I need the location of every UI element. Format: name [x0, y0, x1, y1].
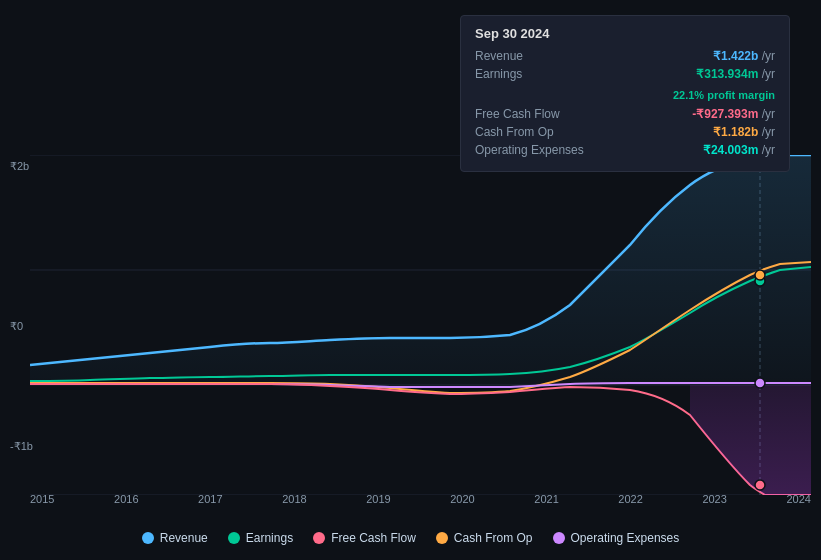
x-label-2016: 2016: [114, 493, 138, 505]
tooltip-earnings-label: Earnings: [475, 67, 522, 81]
tooltip: Sep 30 2024 Revenue ₹1.422b /yr Earnings…: [460, 15, 790, 172]
chart-container: Sep 30 2024 Revenue ₹1.422b /yr Earnings…: [0, 0, 821, 560]
tooltip-cfo-value: ₹1.182b /yr: [713, 125, 775, 139]
legend-revenue-label: Revenue: [160, 531, 208, 545]
legend-fcf[interactable]: Free Cash Flow: [313, 531, 416, 545]
tooltip-fcf-value: -₹927.393m /yr: [692, 107, 775, 121]
legend-earnings-dot: [228, 532, 240, 544]
x-label-2021: 2021: [534, 493, 558, 505]
legend-earnings-label: Earnings: [246, 531, 293, 545]
x-label-2019: 2019: [366, 493, 390, 505]
x-label-2015: 2015: [30, 493, 54, 505]
chart-legend: Revenue Earnings Free Cash Flow Cash Fro…: [0, 531, 821, 545]
legend-opex[interactable]: Operating Expenses: [553, 531, 680, 545]
legend-revenue-dot: [142, 532, 154, 544]
x-label-2020: 2020: [450, 493, 474, 505]
chart-svg: [30, 155, 811, 495]
tooltip-cfo-label: Cash From Op: [475, 125, 554, 139]
tooltip-fcf-label: Free Cash Flow: [475, 107, 560, 121]
svg-point-7: [755, 270, 765, 280]
legend-revenue[interactable]: Revenue: [142, 531, 208, 545]
tooltip-earnings-value: ₹313.934m /yr: [696, 67, 775, 81]
tooltip-opex-label: Operating Expenses: [475, 143, 584, 157]
svg-point-9: [755, 480, 765, 490]
x-label-2018: 2018: [282, 493, 306, 505]
x-label-2023: 2023: [702, 493, 726, 505]
tooltip-opex-row: Operating Expenses ₹24.003m /yr: [475, 143, 775, 157]
legend-cfo[interactable]: Cash From Op: [436, 531, 533, 545]
tooltip-revenue-label: Revenue: [475, 49, 523, 63]
x-label-2022: 2022: [618, 493, 642, 505]
legend-opex-label: Operating Expenses: [571, 531, 680, 545]
x-axis-labels: 2015 2016 2017 2018 2019 2020 2021 2022 …: [30, 493, 811, 505]
svg-point-8: [755, 378, 765, 388]
y-label-0: ₹0: [10, 320, 23, 333]
tooltip-margin: 22.1% profit margin: [673, 89, 775, 101]
x-label-2024: 2024: [786, 493, 810, 505]
tooltip-fcf-row: Free Cash Flow -₹927.393m /yr: [475, 107, 775, 121]
tooltip-cfo-row: Cash From Op ₹1.182b /yr: [475, 125, 775, 139]
tooltip-opex-value: ₹24.003m /yr: [703, 143, 775, 157]
tooltip-revenue-row: Revenue ₹1.422b /yr: [475, 49, 775, 63]
legend-fcf-dot: [313, 532, 325, 544]
legend-cfo-label: Cash From Op: [454, 531, 533, 545]
tooltip-date: Sep 30 2024: [475, 26, 775, 41]
legend-earnings[interactable]: Earnings: [228, 531, 293, 545]
y-label-2b: ₹2b: [10, 160, 29, 173]
legend-fcf-label: Free Cash Flow: [331, 531, 416, 545]
tooltip-revenue-value: ₹1.422b /yr: [713, 49, 775, 63]
x-label-2017: 2017: [198, 493, 222, 505]
legend-cfo-dot: [436, 532, 448, 544]
legend-opex-dot: [553, 532, 565, 544]
tooltip-earnings-row: Earnings ₹313.934m /yr: [475, 67, 775, 81]
